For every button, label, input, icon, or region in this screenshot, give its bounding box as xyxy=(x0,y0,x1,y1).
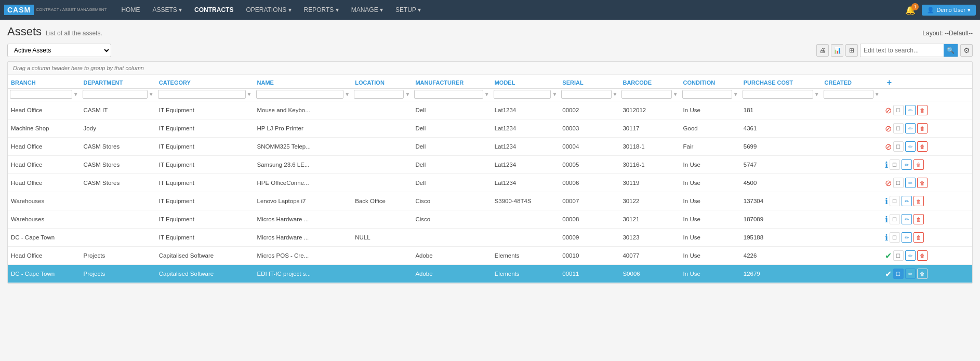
filter-serial[interactable] xyxy=(561,90,611,99)
checkbox-button[interactable]: ☐ xyxy=(893,178,904,188)
edit-button[interactable]: ✏ xyxy=(902,214,912,224)
col-header-condition[interactable]: CONDITION xyxy=(680,75,740,89)
cell-created xyxy=(822,101,882,119)
checkbox-button[interactable]: ☐ xyxy=(890,232,900,243)
nav-manage[interactable]: MANAGE ▾ xyxy=(345,0,389,20)
delete-button[interactable]: 🗑 xyxy=(917,250,928,261)
edit-button[interactable]: ✏ xyxy=(905,141,916,152)
export-button[interactable]: 📊 xyxy=(831,44,843,57)
delete-button[interactable]: 🗑 xyxy=(913,159,924,170)
edit-button[interactable]: ✏ xyxy=(902,196,912,206)
status-icon[interactable]: ℹ xyxy=(885,160,888,170)
table-row[interactable]: Head OfficeCASM StoresIT EquipmentHPE Of… xyxy=(8,174,972,192)
delete-button[interactable]: 🗑 xyxy=(917,141,928,152)
delete-button[interactable]: 🗑 xyxy=(917,269,928,279)
status-icon[interactable]: ✔ xyxy=(885,251,892,261)
delete-button[interactable]: 🗑 xyxy=(913,214,924,224)
status-icon[interactable]: ℹ xyxy=(885,215,888,224)
checkbox-button[interactable]: ☐ xyxy=(893,123,904,133)
delete-button[interactable]: 🗑 xyxy=(913,196,924,206)
edit-button[interactable]: ✏ xyxy=(902,159,912,170)
edit-button[interactable]: ✏ xyxy=(905,178,916,188)
table-row[interactable]: Head OfficeCASM StoresIT EquipmentSamsun… xyxy=(8,156,972,174)
status-icon[interactable]: ⊘ xyxy=(885,105,892,115)
edit-button[interactable]: ✏ xyxy=(905,105,916,115)
col-header-name[interactable]: NAME xyxy=(254,75,352,89)
filter-condition[interactable] xyxy=(682,90,732,99)
table-row[interactable]: Head OfficeCASM StoresIT EquipmentSNOMM3… xyxy=(8,138,972,156)
checkbox-button[interactable]: ☐ xyxy=(890,214,900,224)
checkbox-button[interactable]: ☐ xyxy=(893,105,904,115)
filter-name[interactable] xyxy=(256,90,344,99)
status-icon[interactable]: ℹ xyxy=(885,196,888,206)
toolbar: Active Assets All Assets Inactive Assets… xyxy=(7,44,973,57)
table-row[interactable]: DC - Cape TownIT EquipmentMicros Hardwar… xyxy=(8,229,972,247)
filter-department[interactable] xyxy=(83,90,148,99)
checkbox-button[interactable]: ☐ xyxy=(890,196,900,206)
col-header-purchase-cost[interactable]: PURCHASE COST xyxy=(740,75,822,89)
nav-home[interactable]: HOME xyxy=(115,0,146,20)
edit-button[interactable]: ✏ xyxy=(902,232,912,243)
status-icon[interactable]: ⊘ xyxy=(885,178,892,188)
cell-actions: ⊘ ☐ ✏ 🗑 xyxy=(882,138,972,156)
edit-button[interactable]: ✏ xyxy=(905,250,916,261)
edit-button[interactable]: ✏ xyxy=(905,123,916,133)
print-button[interactable]: 🖨 xyxy=(816,44,829,57)
filter-manufacturer[interactable] xyxy=(414,90,483,99)
col-header-created[interactable]: CREATED xyxy=(822,75,882,89)
col-header-barcode[interactable]: BARCODE xyxy=(619,75,680,89)
nav-operations[interactable]: OPERATIONS ▾ xyxy=(240,0,297,20)
checkbox-button[interactable]: ☐ xyxy=(893,141,904,152)
nav-contracts[interactable]: CONTRACTS xyxy=(188,0,240,20)
status-icon[interactable]: ⊘ xyxy=(885,142,892,152)
add-record-button[interactable]: + xyxy=(885,78,894,87)
cell-condition: Good xyxy=(680,119,740,138)
checkbox-button[interactable]: ☐ xyxy=(893,250,904,261)
col-header-serial[interactable]: SERIAL xyxy=(559,75,619,89)
filter-model[interactable] xyxy=(494,90,551,99)
cell-actions: ⊘ ☐ ✏ 🗑 xyxy=(882,101,972,119)
table-row[interactable]: Head OfficeProjectsCapitalised SoftwareM… xyxy=(8,247,972,265)
checkbox-button[interactable]: ☐ xyxy=(890,159,900,170)
search-input[interactable] xyxy=(860,45,944,56)
col-header-manufacturer[interactable]: MANUFACTURER xyxy=(412,75,491,89)
col-header-category[interactable]: CATEGORY xyxy=(156,75,254,89)
filter-location[interactable] xyxy=(354,90,404,99)
cell-barcode: 40077 xyxy=(619,247,680,265)
status-icon[interactable]: ✔ xyxy=(885,269,892,279)
delete-button[interactable]: 🗑 xyxy=(917,123,928,133)
user-menu-button[interactable]: 👤 Demo User ▾ xyxy=(922,5,976,16)
col-header-department[interactable]: DEPARTMENT xyxy=(81,75,156,89)
delete-button[interactable]: 🗑 xyxy=(913,232,924,243)
table-row[interactable]: WarehousesIT EquipmentMicros Hardware ..… xyxy=(8,210,972,229)
status-icon[interactable]: ℹ xyxy=(885,233,888,243)
filter-branch[interactable] xyxy=(10,90,72,99)
search-button[interactable]: 🔍 xyxy=(944,44,958,57)
nav-reports[interactable]: REPORTS ▾ xyxy=(298,0,345,20)
table-row[interactable]: Machine ShopJodyIT EquipmentHP LJ Pro Pr… xyxy=(8,119,972,138)
table-row[interactable]: WarehousesIT EquipmentLenovo Laptops i7B… xyxy=(8,192,972,210)
delete-button[interactable]: 🗑 xyxy=(917,105,928,115)
table-row[interactable]: DC - Cape TownProjectsCapitalised Softwa… xyxy=(8,265,972,283)
status-icon[interactable]: ⊘ xyxy=(885,124,892,133)
settings-button[interactable]: ⚙ xyxy=(960,44,973,57)
nav-assets[interactable]: ASSETS ▾ xyxy=(146,0,188,20)
filter-cost[interactable] xyxy=(743,90,813,99)
columns-button[interactable]: ⊞ xyxy=(845,44,858,57)
cell-category: IT Equipment xyxy=(156,138,254,156)
col-header-branch[interactable]: BRANCH xyxy=(8,75,81,89)
edit-button[interactable]: ✏ xyxy=(905,269,916,279)
filter-barcode[interactable] xyxy=(621,90,671,99)
nav-setup[interactable]: SETUP ▾ xyxy=(389,0,427,20)
checkbox-button[interactable]: ☐ xyxy=(893,269,904,279)
col-header-model[interactable]: MODEL xyxy=(492,75,560,89)
asset-filter-dropdown[interactable]: Active Assets All Assets Inactive Assets xyxy=(7,44,111,57)
col-header-location[interactable]: LOCATION xyxy=(352,75,412,89)
cell-purchase-cost: 137304 xyxy=(740,192,822,210)
delete-button[interactable]: 🗑 xyxy=(917,178,928,188)
filter-category[interactable] xyxy=(158,90,246,99)
notification-bell[interactable]: 🔔 1 xyxy=(905,5,916,15)
cell-created xyxy=(822,192,882,210)
table-row[interactable]: Head OfficeCASM ITIT EquipmentMouse and … xyxy=(8,101,972,119)
filter-created[interactable] xyxy=(824,90,873,99)
